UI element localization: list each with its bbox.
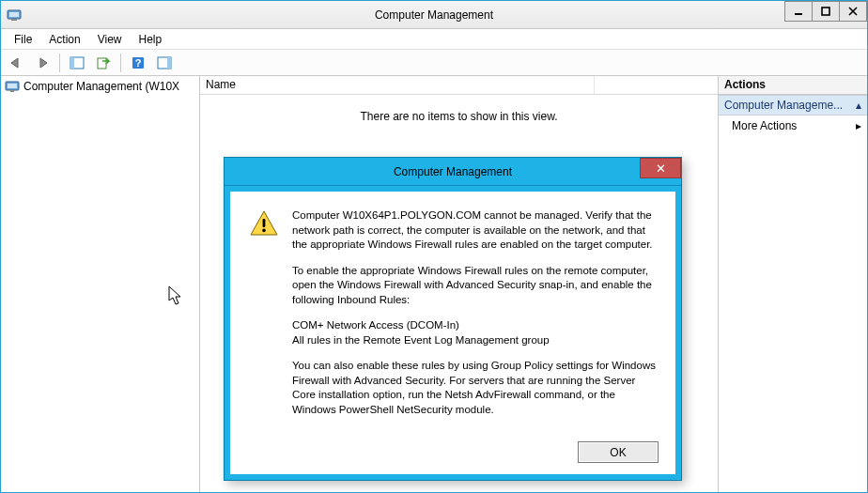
svg-rect-13 [8,84,17,88]
more-actions-item[interactable]: More Actions ▸ [719,116,867,136]
tree-root-label: Computer Management (W10X [23,80,179,93]
app-icon [7,8,22,23]
computer-management-icon [5,79,20,94]
dialog-inner-border: Computer W10X64P1.POLYGON.COM cannot be … [225,186,681,480]
tree-pane[interactable]: Computer Management (W10X [1,76,200,492]
dialog-text: Computer W10X64P1.POLYGON.COM cannot be … [292,208,657,417]
export-list-button[interactable] [92,53,115,73]
svg-rect-1 [9,12,19,17]
toolbar-separator-2 [120,54,121,72]
dialog-paragraph-4: You can also enable these rules by using… [292,359,657,417]
svg-rect-3 [795,13,802,15]
forward-button[interactable] [31,53,54,73]
dialog-close-button[interactable]: ✕ [640,158,681,178]
menu-action[interactable]: Action [41,31,87,48]
close-button[interactable] [839,1,867,22]
dialog-body: Computer W10X64P1.POLYGON.COM cannot be … [230,192,675,432]
svg-rect-6 [70,57,74,69]
show-hide-tree-button[interactable] [66,53,88,73]
tree-root-node[interactable]: Computer Management (W10X [3,78,197,95]
ok-button[interactable]: OK [578,441,659,463]
back-button[interactable] [5,53,27,73]
window-title: Computer Management [375,8,493,22]
maximize-button[interactable] [812,1,840,22]
column-name[interactable]: Name [200,76,595,94]
show-hide-action-pane-button[interactable] [153,53,176,73]
error-dialog: Computer Management ✕ Computer W10X64P1.… [224,157,682,481]
svg-point-16 [262,229,266,233]
dialog-title: Computer Management [394,165,512,178]
actions-header: Actions [719,76,867,95]
empty-message: There are no items to show in this view. [360,110,557,123]
actions-group[interactable]: Computer Manageme... ▴ [719,95,867,116]
svg-rect-2 [11,19,17,21]
help-button[interactable]: ? [127,53,149,73]
svg-rect-7 [98,58,106,69]
ok-button-label: OK [610,446,626,459]
submenu-arrow-icon: ▸ [856,119,861,132]
titlebar: Computer Management [1,1,867,29]
minimize-button[interactable] [784,1,813,22]
menu-view[interactable]: View [90,31,130,48]
column-spacer [595,76,718,94]
more-actions-label: More Actions [732,119,797,132]
menu-help[interactable]: Help [132,31,170,48]
svg-text:?: ? [135,57,142,69]
window-controls [785,1,867,22]
menubar: File Action View Help [1,29,867,50]
dialog-paragraph-3: COM+ Network Access (DCOM-In) All rules … [292,318,657,347]
actions-group-label: Computer Manageme... [724,99,843,112]
actions-pane: Actions Computer Manageme... ▴ More Acti… [719,76,867,492]
warning-icon [249,208,279,417]
svg-rect-11 [167,57,171,69]
dialog-paragraph-2: To enable the appropriate Windows Firewa… [292,264,657,308]
collapse-up-icon: ▴ [856,99,861,112]
dialog-paragraph-1: Computer W10X64P1.POLYGON.COM cannot be … [292,208,657,253]
toolbar-separator [59,54,60,72]
svg-rect-15 [263,219,266,227]
menu-file[interactable]: File [7,31,39,48]
svg-rect-14 [10,90,14,92]
dialog-footer: OK [230,432,675,474]
close-icon: ✕ [656,162,666,176]
toolbar: ? [1,50,867,76]
svg-rect-4 [822,8,829,15]
list-header: Name [200,76,718,95]
dialog-titlebar: Computer Management ✕ [225,158,681,186]
